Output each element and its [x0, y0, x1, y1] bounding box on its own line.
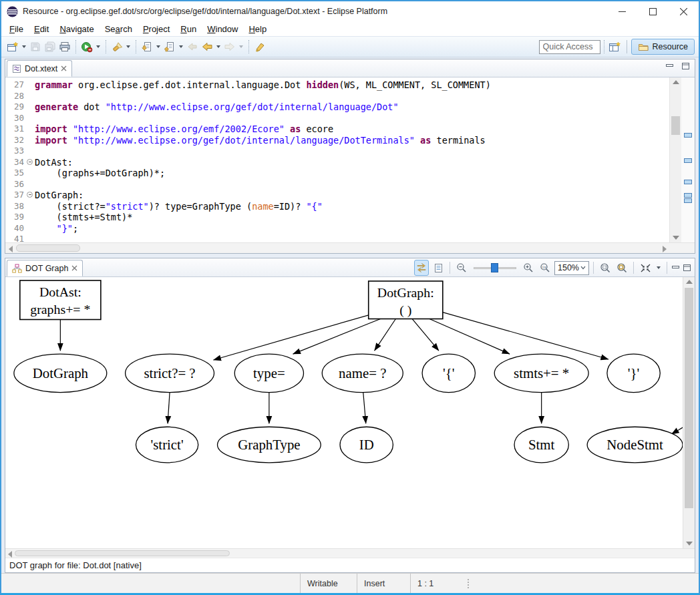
- editor-minimize-icon[interactable]: [665, 62, 675, 70]
- run-button[interactable]: [79, 39, 94, 55]
- menu-file[interactable]: File: [4, 23, 29, 35]
- back-button[interactable]: [200, 39, 214, 55]
- graph-node-nodestmt[interactable]: NodeStmt: [587, 427, 683, 463]
- graph-horizontal-scrollbar[interactable]: [5, 548, 695, 558]
- annotation-marker[interactable]: [684, 133, 692, 138]
- graph-svg-wrap[interactable]: DotAst:graphs+= *DotGraph:( )DotGraphstr…: [5, 277, 683, 548]
- collapse-icon[interactable]: [27, 192, 33, 198]
- link-with-editor-toggle[interactable]: [414, 260, 429, 276]
- close-button[interactable]: [668, 1, 699, 21]
- scroll-left-icon[interactable]: [9, 246, 13, 252]
- new-wizard-button[interactable]: [5, 39, 20, 55]
- fold-toggle[interactable]: [25, 190, 35, 201]
- graph-node-graphtype[interactable]: GraphType: [217, 427, 321, 463]
- forward-button[interactable]: [222, 39, 237, 55]
- minimize-button[interactable]: [606, 1, 637, 21]
- view-maximize-icon[interactable]: [683, 264, 692, 272]
- menu-search[interactable]: Search: [100, 23, 138, 35]
- editor-horizontal-scrollbar[interactable]: [5, 242, 695, 253]
- graph-hscroll-thumb[interactable]: [15, 550, 230, 556]
- save-all-button[interactable]: [43, 39, 57, 55]
- graph-vertical-scrollbar[interactable]: [683, 277, 695, 548]
- zoom-in-button[interactable]: [521, 260, 536, 276]
- code-line: 36: [5, 179, 669, 190]
- layout-dropdown[interactable]: [657, 266, 661, 269]
- annotation-marker[interactable]: [684, 198, 692, 203]
- back-dropdown[interactable]: [216, 45, 220, 48]
- fold-toggle[interactable]: [25, 157, 35, 168]
- menu-help[interactable]: Help: [243, 23, 272, 35]
- svg-text:type=: type=: [253, 365, 285, 381]
- graph-node-open-brace[interactable]: '{': [422, 354, 475, 393]
- graph-node-strict-assign[interactable]: strict?= ?: [126, 354, 214, 393]
- chevron-down-icon: [580, 266, 586, 270]
- export-dot-button[interactable]: [431, 260, 446, 276]
- new-wizard-dropdown[interactable]: [22, 45, 26, 48]
- menu-edit[interactable]: Edit: [29, 23, 54, 35]
- search-button[interactable]: [110, 39, 124, 55]
- scroll-up-icon[interactable]: [686, 280, 693, 284]
- collapse-icon[interactable]: [27, 159, 33, 165]
- menu-project[interactable]: Project: [138, 23, 175, 35]
- editor-tab-dotxtext[interactable]: Dot.xtext: [7, 60, 72, 77]
- editor-vertical-scrollbar[interactable]: [669, 77, 681, 242]
- scroll-down-icon[interactable]: [686, 542, 693, 546]
- quick-access-input[interactable]: [539, 40, 600, 54]
- zoom-slider[interactable]: [474, 262, 516, 273]
- forward-dropdown[interactable]: [239, 45, 243, 48]
- statusbar-drag-handle[interactable]: [461, 574, 469, 593]
- zoom-out-button[interactable]: [454, 260, 469, 276]
- graph-node-stmts-assign[interactable]: stmts+= *: [494, 354, 588, 393]
- resource-perspective-button[interactable]: Resource: [631, 39, 695, 55]
- graph-node-dotgraph-rule[interactable]: DotGraph:( ): [369, 281, 443, 319]
- view-minimize-icon[interactable]: [671, 264, 681, 272]
- graph-node-stmt[interactable]: Stmt: [514, 427, 568, 463]
- annotation-marker[interactable]: [684, 193, 692, 198]
- zoom-level-select[interactable]: 150%: [554, 261, 589, 275]
- open-perspective-button[interactable]: [608, 39, 623, 55]
- previous-annotation-dropdown[interactable]: [179, 45, 183, 48]
- layout-button[interactable]: [638, 260, 653, 276]
- graph-node-dotgraph[interactable]: DotGraph: [14, 354, 107, 393]
- menu-run[interactable]: Run: [175, 23, 202, 35]
- maximize-button[interactable]: [637, 1, 668, 21]
- scroll-down-icon[interactable]: [673, 236, 679, 240]
- reset-zoom-button[interactable]: 1x: [538, 260, 552, 276]
- next-annotation-button[interactable]: [140, 39, 154, 55]
- menu-navigate[interactable]: Navigate: [54, 23, 99, 35]
- annotation-marker[interactable]: [684, 158, 692, 163]
- last-edit-location-button[interactable]: [185, 39, 200, 55]
- graph-vscroll-thumb[interactable]: [685, 288, 693, 508]
- graph-edge: [429, 319, 510, 355]
- editor-maximize-icon[interactable]: [681, 62, 691, 70]
- previous-annotation-button[interactable]: [162, 39, 177, 55]
- search-dropdown[interactable]: [126, 45, 130, 48]
- tab-close-icon[interactable]: [61, 65, 67, 71]
- scroll-right-icon[interactable]: [663, 246, 667, 252]
- graph-node-dotast-rule[interactable]: DotAst:graphs+= *: [20, 280, 101, 320]
- editor-vscroll-thumb[interactable]: [671, 116, 680, 135]
- fold-column: [25, 223, 35, 234]
- mark-occurrences-button[interactable]: [252, 39, 267, 55]
- graph-node-name-assign[interactable]: name= ?: [322, 354, 403, 393]
- code-area[interactable]: 27grammar org.eclipse.gef.dot.internal.l…: [5, 77, 669, 242]
- save-button[interactable]: [28, 39, 43, 55]
- menu-window[interactable]: Window: [202, 23, 243, 35]
- overview-ruler[interactable]: [681, 77, 695, 242]
- run-dropdown[interactable]: [96, 45, 100, 48]
- print-button[interactable]: [57, 39, 72, 55]
- graph-node-strict-kw[interactable]: 'strict': [136, 427, 198, 463]
- scroll-left-icon[interactable]: [8, 551, 12, 558]
- annotation-marker[interactable]: [684, 180, 692, 184]
- fit-width-button[interactable]: [598, 260, 612, 276]
- editor-hscroll-thumb[interactable]: [16, 244, 80, 252]
- tab-close-icon[interactable]: [71, 265, 77, 271]
- graph-node-id[interactable]: ID: [340, 427, 393, 463]
- zoom-slider-thumb[interactable]: [491, 263, 498, 272]
- graph-node-type-assign[interactable]: type=: [234, 354, 303, 393]
- dot-graph-tab[interactable]: DOT Graph: [7, 260, 83, 276]
- fit-page-button[interactable]: [615, 260, 629, 276]
- next-annotation-dropdown[interactable]: [156, 45, 160, 48]
- scroll-up-icon[interactable]: [673, 80, 679, 84]
- graph-node-close-brace[interactable]: '}': [607, 354, 660, 393]
